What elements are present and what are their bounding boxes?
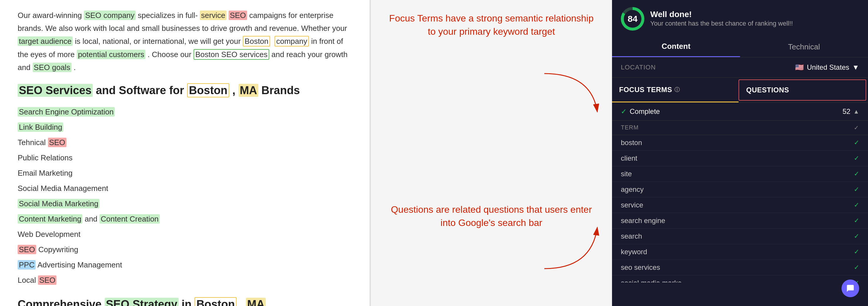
term-name: social media marke... bbox=[621, 279, 688, 282]
tab-row[interactable]: Content Technical bbox=[612, 36, 868, 57]
list-item: Social Media Marketing bbox=[18, 196, 352, 211]
list-item: Public Relations bbox=[18, 150, 352, 165]
highlight-content-creation: Content Creation bbox=[99, 214, 160, 224]
count-area: 52 ▲ bbox=[843, 108, 860, 116]
count-badge: 52 bbox=[843, 108, 850, 116]
score-badge: 84 bbox=[621, 7, 644, 31]
term-check-icon: ✓ bbox=[854, 170, 859, 178]
list-item: Web Development bbox=[18, 226, 352, 242]
highlight-link-building: Link Building bbox=[18, 122, 63, 132]
term-list: Search Engine Optimization Link Building… bbox=[18, 104, 352, 288]
term-check-icon: ✓ bbox=[854, 233, 859, 240]
term-name: search bbox=[621, 232, 642, 240]
list-item: SEO Copywriting bbox=[18, 242, 352, 257]
term-name: keyword bbox=[621, 248, 647, 256]
arrow-bottom bbox=[538, 216, 603, 277]
term-check-icon: ✓ bbox=[854, 201, 859, 209]
focus-terms-label: FOCUS TERMS bbox=[619, 86, 672, 94]
list-item: Content Marketing and Content Creation bbox=[18, 211, 352, 226]
location-label: LOCATION bbox=[621, 64, 656, 71]
highlight-seo-opt: Search Engine Optimization bbox=[18, 107, 115, 117]
questions-tab[interactable]: QUESTIONS bbox=[739, 80, 866, 101]
highlight-seo-goals: SEO goals bbox=[33, 63, 71, 72]
list-item: Link Building bbox=[18, 119, 352, 135]
sidebar: 84 Well done! Your content has the best … bbox=[612, 0, 868, 306]
term-check-icon: ✓ bbox=[854, 139, 859, 147]
focus-tabs-row[interactable]: FOCUS TERMS ⓘ QUESTIONS bbox=[612, 78, 868, 103]
term-row[interactable]: service ✓ bbox=[612, 197, 868, 213]
highlight-boston1: Boston bbox=[243, 36, 270, 47]
check-header-icon: ✓ bbox=[854, 124, 859, 131]
highlight-company1: company bbox=[275, 36, 309, 47]
list-item: Social Media Management bbox=[18, 181, 352, 196]
term-name: client bbox=[621, 154, 637, 162]
highlight-seo-pink3: SEO bbox=[38, 275, 57, 285]
term-row[interactable]: search engine ✓ bbox=[612, 213, 868, 228]
annotation-panel: Focus Terms have a strong semantic relat… bbox=[371, 0, 612, 306]
highlight-service: service bbox=[200, 10, 226, 20]
location-selector[interactable]: 🇺🇸 United States ▼ bbox=[795, 63, 859, 71]
term-row[interactable]: search ✓ bbox=[612, 228, 868, 244]
term-row[interactable]: seo services ✓ bbox=[612, 260, 868, 275]
chevron-up-icon: ▲ bbox=[853, 108, 859, 115]
focus-terms-tab[interactable]: FOCUS TERMS ⓘ bbox=[612, 78, 739, 102]
list-item: Search Engine Optimization bbox=[18, 104, 352, 119]
highlight-social-media-marketing: Social Media Marketing bbox=[18, 199, 99, 208]
term-check-icon: ✓ bbox=[854, 186, 859, 193]
list-item: Tehnical SEO bbox=[18, 135, 352, 150]
term-row[interactable]: social media marke... ✓ bbox=[612, 275, 868, 282]
highlight-potential-customers: potential customers bbox=[77, 50, 145, 59]
complete-label: ✓ Complete bbox=[621, 108, 660, 116]
sidebar-content: boston ✓ client ✓ site ✓ agency ✓ servic… bbox=[612, 135, 868, 282]
score-text: Well done! Your content has the best cha… bbox=[650, 10, 793, 28]
heading-comprehensive: Comprehensive SEO Strategy in Boston , M… bbox=[18, 297, 352, 306]
highlight-target-audience: target audience bbox=[18, 36, 73, 46]
annotation-top-text: Focus Terms have a strong semantic relat… bbox=[385, 12, 597, 38]
list-item: Email Marketing bbox=[18, 165, 352, 181]
location-row: LOCATION 🇺🇸 United States ▼ bbox=[612, 57, 868, 78]
chat-button[interactable] bbox=[841, 279, 859, 297]
highlight-boston-h: Boston bbox=[187, 83, 229, 97]
highlight-boston-seo-services: Boston SEO services bbox=[194, 49, 270, 60]
term-header-label: TERM bbox=[621, 124, 639, 131]
term-row[interactable]: client ✓ bbox=[612, 151, 868, 166]
term-row[interactable]: agency ✓ bbox=[612, 182, 868, 197]
highlight-boston2: Boston bbox=[194, 297, 237, 306]
highlight-seo1: SEO bbox=[228, 10, 247, 20]
term-check-icon: ✓ bbox=[854, 217, 859, 224]
sidebar-header: 84 Well done! Your content has the best … bbox=[612, 0, 868, 57]
highlight-ma2: MA bbox=[246, 298, 266, 306]
term-row[interactable]: site ✓ bbox=[612, 166, 868, 182]
location-value-text: United States bbox=[807, 63, 849, 71]
complete-row: ✓ Complete 52 ▲ bbox=[612, 103, 868, 121]
term-name: boston bbox=[621, 139, 642, 147]
score-title: Well done! bbox=[650, 10, 793, 19]
term-table-header: TERM ✓ bbox=[612, 121, 868, 135]
complete-text: Complete bbox=[630, 108, 660, 116]
term-row[interactable]: keyword ✓ bbox=[612, 244, 868, 260]
highlight-seo-company: SEO company bbox=[84, 10, 136, 20]
highlight-seo-services-h: SEO Services bbox=[18, 84, 93, 97]
highlight-seo-pink2: SEO bbox=[18, 245, 36, 254]
arrow-top bbox=[538, 68, 603, 123]
term-name: service bbox=[621, 201, 643, 209]
list-item: Local SEO bbox=[18, 272, 352, 288]
highlight-ma-h: MA bbox=[239, 84, 258, 97]
content-panel: Our award-winning SEO company specialize… bbox=[0, 0, 370, 306]
intro-paragraph: Our award-winning SEO company specialize… bbox=[18, 9, 352, 74]
score-value: 84 bbox=[624, 10, 642, 28]
chat-area bbox=[612, 282, 868, 306]
term-check-icon: ✓ bbox=[854, 264, 859, 271]
score-subtitle: Your content has the best chance of rank… bbox=[650, 19, 793, 28]
score-row: 84 Well done! Your content has the best … bbox=[621, 7, 859, 31]
highlight-seo-pink1: SEO bbox=[48, 138, 66, 147]
term-check-icon: ✓ bbox=[854, 248, 859, 256]
highlight-seo-strategy: SEO Strategy bbox=[105, 298, 179, 306]
term-row[interactable]: boston ✓ bbox=[612, 135, 868, 151]
highlight-ppc1: PPC bbox=[18, 260, 36, 270]
tab-content[interactable]: Content bbox=[612, 36, 740, 57]
chevron-down-icon: ▼ bbox=[852, 63, 859, 71]
term-check-icon: ✓ bbox=[854, 154, 859, 162]
tab-technical[interactable]: Technical bbox=[740, 36, 868, 57]
term-name: agency bbox=[621, 185, 644, 193]
